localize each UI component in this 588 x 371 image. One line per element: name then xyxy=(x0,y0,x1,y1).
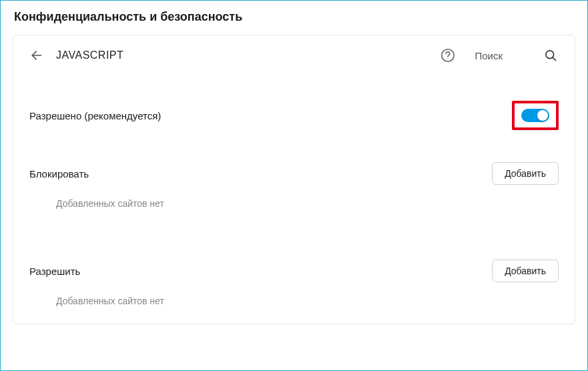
section-title: JAVASCRIPT xyxy=(56,49,123,61)
javascript-toggle[interactable] xyxy=(521,109,549,122)
search-icon[interactable] xyxy=(543,47,559,63)
allow-section-title: Разрешить xyxy=(29,266,80,277)
allowed-row: Разрешено (рекомендуется) xyxy=(13,82,575,149)
block-add-button[interactable]: Добавить xyxy=(492,162,559,185)
settings-panel: JAVASCRIPT Поиск Разрешено (рекомендуетс… xyxy=(13,35,575,324)
toggle-highlight xyxy=(512,101,559,130)
allow-section-header: Разрешить Добавить xyxy=(13,246,575,288)
toggle-knob xyxy=(537,110,548,121)
svg-line-4 xyxy=(553,57,556,61)
help-icon[interactable] xyxy=(440,47,456,63)
block-section-title: Блокировать xyxy=(29,168,89,179)
page-title: Конфиденциальность и безопасность xyxy=(1,1,587,31)
panel-header: JAVASCRIPT Поиск xyxy=(13,35,575,82)
block-section-header: Блокировать Добавить xyxy=(13,149,575,190)
svg-point-2 xyxy=(448,58,449,59)
block-empty-text: Добавленных сайтов нет xyxy=(13,190,575,226)
allow-empty-text: Добавленных сайтов нет xyxy=(13,288,575,324)
search-label[interactable]: Поиск xyxy=(475,50,503,61)
allow-add-button[interactable]: Добавить xyxy=(492,260,559,282)
back-arrow-icon[interactable] xyxy=(29,48,44,63)
allowed-label: Разрешено (рекомендуется) xyxy=(29,110,161,121)
